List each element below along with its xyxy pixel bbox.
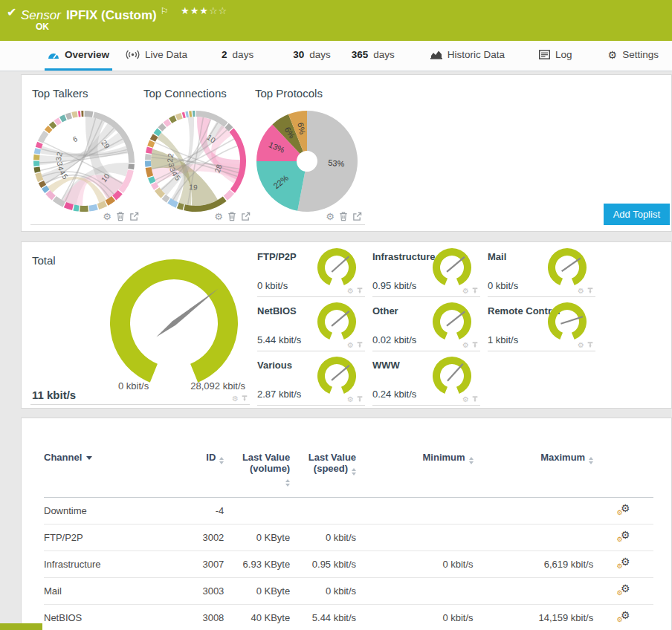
gear-icon[interactable]: ⚙ xyxy=(462,288,469,295)
cell-icons: ⚙ xyxy=(347,341,364,349)
panel-title: Top Protocols xyxy=(255,87,323,100)
channel-settings-gear-icon[interactable]: ⚙⚙ xyxy=(617,530,630,542)
channel-value: 1 kbit/s xyxy=(488,334,518,345)
cell-settings: ⚙⚙ xyxy=(593,605,653,630)
cell-last-value-speed: 5.44 kbit/s xyxy=(290,605,356,630)
tab-label: days xyxy=(373,49,395,60)
cell-icons: ⚙ xyxy=(462,341,479,349)
gear-icon[interactable]: ⚙ xyxy=(578,342,584,349)
col-channel[interactable]: Channel xyxy=(44,418,179,498)
svg-text:2: 2 xyxy=(166,158,174,162)
cell-channel[interactable]: Infrastructure xyxy=(44,551,179,578)
cell-icons: ⚙ xyxy=(347,395,364,403)
svg-text:19: 19 xyxy=(189,183,198,192)
channel-settings-gear-icon[interactable]: ⚙⚙ xyxy=(617,611,630,623)
panel-title: Top Connections xyxy=(143,87,227,100)
gear-icon[interactable]: ⚙ xyxy=(578,288,584,295)
trash-icon[interactable] xyxy=(339,211,348,221)
pin-icon[interactable] xyxy=(356,341,364,349)
tab-30-days[interactable]: 30days xyxy=(290,41,334,71)
cell-channel[interactable]: NetBIOS xyxy=(44,605,179,630)
tab-365-days[interactable]: 365days xyxy=(349,41,398,71)
channel-value: 0.24 kbit/s xyxy=(372,389,416,400)
gear-icon[interactable]: ⚙ xyxy=(347,396,354,403)
col-minimum[interactable]: Minimum xyxy=(356,418,474,498)
col-id[interactable]: ID xyxy=(179,418,224,498)
tab-historic-data[interactable]: Historic Data xyxy=(427,41,508,71)
toplist-panel-top-connections: Top Connections102819223345⚙ xyxy=(142,81,253,225)
sort-arrows-icon xyxy=(219,457,224,464)
gear-icon[interactable]: ⚙ xyxy=(103,212,112,221)
pin-icon[interactable] xyxy=(471,395,479,403)
channel-gauges-grid: FTP/P2P0 kbit/s⚙Infrastructure0.95 kbit/… xyxy=(257,248,595,406)
channel-value: 0 kbit/s xyxy=(257,280,288,291)
external-link-icon[interactable] xyxy=(129,212,139,221)
pin-icon[interactable] xyxy=(356,287,364,295)
channel-settings-gear-icon[interactable]: ⚙⚙ xyxy=(617,504,630,516)
table-row-downtime: Downtime-4⚙⚙ xyxy=(44,498,653,525)
cell-maximum xyxy=(474,578,594,605)
col-last-value-volume[interactable]: Last Value(volume) xyxy=(224,418,290,498)
gear-icon[interactable]: ⚙ xyxy=(347,288,354,295)
col-last-value-speed[interactable]: Last Value(speed) xyxy=(290,418,356,498)
cell-maximum xyxy=(474,525,594,551)
flag-icon[interactable]: ⚐ xyxy=(161,6,169,16)
channels-table-card: Channel ID Last Value(volume) Last Value… xyxy=(21,418,672,630)
channel-gauge xyxy=(315,247,358,290)
tab-label: days xyxy=(233,49,254,60)
svg-text:6: 6 xyxy=(71,134,79,143)
channel-gauge-ftp-p2p: FTP/P2P0 kbit/s⚙ xyxy=(257,248,365,297)
sensor-status-header: ✔ SensorIPFIX (Custom)⚐ ★★★☆☆ OK xyxy=(0,0,672,41)
gear-icon[interactable]: ⚙ xyxy=(232,395,239,403)
chart-icon xyxy=(430,50,442,59)
tab-overview[interactable]: Overview xyxy=(45,41,112,71)
pin-icon[interactable] xyxy=(471,341,479,349)
external-link-icon[interactable] xyxy=(241,212,251,221)
svg-text:53%: 53% xyxy=(328,158,345,169)
channel-settings-gear-icon[interactable]: ⚙⚙ xyxy=(617,584,630,596)
gear-icon[interactable]: ⚙ xyxy=(462,342,469,349)
sort-arrows-icon xyxy=(469,457,474,464)
cell-icons: ⚙ xyxy=(462,287,479,295)
sort-arrows-icon xyxy=(285,479,290,487)
col-maximum[interactable]: Maximum xyxy=(474,418,594,498)
channel-settings-gear-icon[interactable]: ⚙⚙ xyxy=(617,557,630,569)
channel-gauge-infrastructure: Infrastructure0.95 kbit/s⚙ xyxy=(372,248,480,297)
channel-value: 0.95 kbit/s xyxy=(372,280,416,291)
channels-table: Channel ID Last Value(volume) Last Value… xyxy=(44,418,653,630)
pin-icon[interactable] xyxy=(356,395,364,403)
gear-icon[interactable]: ⚙ xyxy=(214,212,223,221)
tab-label: days xyxy=(309,49,331,60)
chord-chart[interactable]: 62910233445 xyxy=(32,109,136,213)
pie-chart[interactable]: 53%22%13%6%6% xyxy=(255,109,359,213)
trash-icon[interactable] xyxy=(227,211,236,221)
gear-icon[interactable]: ⚙ xyxy=(326,212,335,221)
svg-text:2: 2 xyxy=(166,152,175,158)
cell-channel[interactable]: Mail xyxy=(44,578,179,605)
cell-minimum: 0 kbit/s xyxy=(356,605,474,630)
pin-icon[interactable] xyxy=(241,394,248,403)
pin-icon[interactable] xyxy=(587,287,594,295)
cell-last-value-volume xyxy=(224,498,290,525)
add-toplist-button[interactable]: Add Toplist xyxy=(604,204,670,225)
cell-channel[interactable]: Downtime xyxy=(44,498,179,525)
channel-label: FTP/P2P xyxy=(257,251,297,262)
priority-stars[interactable]: ★★★☆☆ xyxy=(181,5,227,16)
pin-icon[interactable] xyxy=(471,287,479,295)
external-link-icon[interactable] xyxy=(352,212,362,221)
chord-chart[interactable]: 102819223345 xyxy=(143,109,248,213)
tab-settings[interactable]: ⚙Settings xyxy=(605,41,662,71)
status-badge: OK xyxy=(36,22,49,32)
trash-icon[interactable] xyxy=(116,211,125,221)
cell-settings: ⚙⚙ xyxy=(593,578,653,605)
cell-channel[interactable]: FTP/P2P xyxy=(44,525,179,551)
cell-last-value-volume: 0 KByte xyxy=(224,578,290,605)
total-cell-icons: ⚙ xyxy=(232,394,248,403)
gear-icon[interactable]: ⚙ xyxy=(462,396,469,403)
tab-log[interactable]: Log xyxy=(536,41,575,71)
channel-gauge-netbios: NetBIOS5.44 kbit/s⚙ xyxy=(257,302,365,351)
gear-icon[interactable]: ⚙ xyxy=(347,342,354,349)
tab-live-data[interactable]: Live Data xyxy=(123,41,190,71)
pin-icon[interactable] xyxy=(587,341,594,349)
tab-2-days[interactable]: 2days xyxy=(219,41,256,71)
